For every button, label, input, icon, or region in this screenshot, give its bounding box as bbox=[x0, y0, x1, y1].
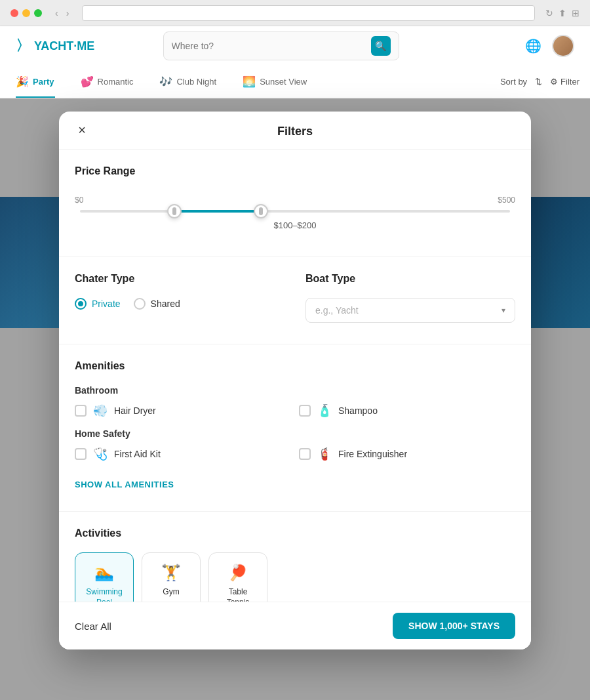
share-icon[interactable]: ⬆ bbox=[559, 8, 566, 18]
header-right: 🌐 bbox=[525, 35, 574, 57]
first-aid-label: First Aid Kit bbox=[114, 449, 161, 459]
boat-type-subsection: Boat Type e.g., Yacht ▾ bbox=[305, 273, 515, 323]
activities-grid: 🏊 Swimming Pool 🏋️ Gym 🏓 Table Tennis bbox=[75, 552, 515, 602]
logo[interactable]: 〉 YACHT·ME bbox=[16, 36, 94, 56]
activity-swimming-pool[interactable]: 🏊 Swimming Pool bbox=[75, 552, 134, 602]
globe-icon[interactable]: 🌐 bbox=[525, 38, 541, 54]
sunset-view-icon: 🌅 bbox=[243, 75, 256, 88]
bathroom-grid: 💨 Hair Dryer 🧴 Shampoo bbox=[75, 403, 515, 418]
tabs-icon[interactable]: ⊞ bbox=[572, 8, 580, 18]
close-window-btn[interactable] bbox=[10, 9, 18, 17]
gym-icon: 🏋️ bbox=[161, 564, 181, 582]
show-stays-button[interactable]: SHOW 1,000+ STAYS bbox=[393, 613, 515, 639]
charter-type-radio-group: Private Shared bbox=[75, 298, 285, 310]
minimize-window-btn[interactable] bbox=[22, 9, 30, 17]
table-tennis-label: Table Tennis bbox=[217, 587, 259, 602]
home-safety-title: Home Safety bbox=[75, 428, 515, 439]
tab-sunset-view[interactable]: 🌅 Sunset View bbox=[237, 73, 312, 91]
fire-extinguisher-icon: 🧯 bbox=[317, 447, 332, 461]
maximize-window-btn[interactable] bbox=[34, 9, 42, 17]
first-aid-icon: 🩺 bbox=[93, 447, 108, 461]
shampoo-label: Shampoo bbox=[338, 405, 378, 416]
checkbox-fire-extinguisher[interactable]: 🧯 Fire Extinguisher bbox=[299, 447, 515, 461]
boat-type-placeholder: e.g., Yacht bbox=[315, 305, 359, 316]
boat-type-dropdown[interactable]: e.g., Yacht ▾ bbox=[305, 298, 515, 323]
user-avatar[interactable] bbox=[552, 35, 574, 57]
shampoo-icon: 🧴 bbox=[317, 403, 332, 418]
logo-icon: 〉 bbox=[16, 36, 30, 56]
sort-by-label: Sort by bbox=[500, 77, 527, 87]
modal-backdrop: × Filters Price Range $0 $500 bbox=[0, 98, 590, 700]
app-header: 〉 YACHT·ME 🔍 🌐 bbox=[0, 26, 590, 66]
section-divider-3 bbox=[59, 511, 531, 512]
tab-romantic[interactable]: 💕 Romantic bbox=[75, 73, 139, 91]
checkbox-box-fire-extinguisher bbox=[299, 448, 311, 460]
search-bar: 🔍 bbox=[163, 31, 399, 60]
charter-boat-row: Chater Type Private Shared bbox=[75, 273, 515, 323]
swimming-pool-icon: 🏊 bbox=[94, 564, 114, 582]
price-max-label: $500 bbox=[498, 196, 515, 205]
traffic-lights bbox=[10, 9, 42, 17]
club-night-icon: 🎶 bbox=[159, 75, 172, 88]
amenities-section: Amenities Bathroom 💨 Hair Dryer 🧴 bbox=[75, 360, 515, 490]
checkbox-first-aid[interactable]: 🩺 First Aid Kit bbox=[75, 447, 291, 461]
radio-dot-private bbox=[78, 301, 83, 306]
sort-icon[interactable]: ⇅ bbox=[535, 77, 542, 87]
activity-gym[interactable]: 🏋️ Gym bbox=[142, 552, 201, 602]
table-tennis-icon: 🏓 bbox=[228, 564, 248, 582]
romantic-icon: 💕 bbox=[81, 75, 94, 88]
search-input[interactable] bbox=[172, 41, 371, 51]
price-min-label: $0 bbox=[75, 196, 83, 205]
boat-type-title: Boat Type bbox=[305, 273, 515, 285]
gym-label: Gym bbox=[163, 587, 179, 598]
forward-button[interactable]: › bbox=[64, 7, 72, 20]
home-safety-grid: 🩺 First Aid Kit 🧯 Fire Extinguisher bbox=[75, 447, 515, 461]
price-range-container: $0 $500 $100–$200 bbox=[75, 190, 515, 236]
browser-actions: ↻ ⬆ ⊞ bbox=[545, 8, 580, 18]
bathroom-subsection: Bathroom 💨 Hair Dryer 🧴 Shampoo bbox=[75, 385, 515, 418]
checkbox-box-shampoo bbox=[299, 405, 311, 417]
slider-thumb-right[interactable] bbox=[254, 204, 268, 218]
radio-shared[interactable]: Shared bbox=[134, 298, 180, 310]
thumb-grip-right bbox=[259, 207, 263, 215]
filter-button[interactable]: ⚙ Filter bbox=[550, 77, 580, 87]
tab-club-night[interactable]: 🎶 Club Night bbox=[154, 73, 222, 91]
modal-footer: Clear All SHOW 1,000+ STAYS bbox=[59, 602, 531, 649]
hair-dryer-icon: 💨 bbox=[93, 403, 108, 418]
tab-party[interactable]: 🎉 Party bbox=[10, 73, 60, 91]
address-bar[interactable] bbox=[82, 5, 535, 21]
radio-circle-shared bbox=[134, 298, 146, 310]
filter-icon: ⚙ bbox=[550, 77, 558, 87]
slider-thumb-left[interactable] bbox=[167, 204, 182, 218]
section-divider-1 bbox=[59, 257, 531, 257]
modal-title: Filters bbox=[277, 125, 313, 138]
search-button[interactable]: 🔍 bbox=[371, 36, 391, 56]
tabs-bar: 🎉 Party 💕 Romantic 🎶 Club Night 🌅 Sunset… bbox=[0, 66, 590, 98]
section-divider-2 bbox=[59, 344, 531, 344]
show-all-amenities-link[interactable]: SHOW ALL AMENITIES bbox=[75, 480, 174, 489]
clear-all-button[interactable]: Clear All bbox=[75, 621, 111, 632]
charter-type-title: Chater Type bbox=[75, 273, 285, 285]
fire-extinguisher-label: Fire Extinguisher bbox=[338, 449, 407, 459]
radio-private[interactable]: Private bbox=[75, 298, 121, 310]
chevron-down-icon: ▾ bbox=[502, 306, 505, 315]
modal-body: Price Range $0 $500 bbox=[59, 150, 531, 602]
slider-fill bbox=[174, 210, 260, 213]
checkbox-shampoo[interactable]: 🧴 Shampoo bbox=[299, 403, 515, 418]
close-modal-button[interactable]: × bbox=[72, 121, 92, 140]
tab-romantic-label: Romantic bbox=[98, 77, 134, 87]
radio-circle-private bbox=[75, 298, 87, 310]
back-button[interactable]: ‹ bbox=[52, 7, 61, 20]
activity-table-tennis[interactable]: 🏓 Table Tennis bbox=[208, 552, 267, 602]
reload-icon[interactable]: ↻ bbox=[545, 8, 553, 18]
price-value-label: $100–$200 bbox=[75, 220, 515, 230]
browser-chrome: ‹ › ↻ ⬆ ⊞ bbox=[0, 0, 590, 26]
boat-type-select: e.g., Yacht ▾ bbox=[305, 298, 515, 323]
sort-filter-area: Sort by ⇅ ⚙ Filter bbox=[500, 77, 580, 87]
checkbox-box-first-aid bbox=[75, 448, 87, 460]
activities-title: Activities bbox=[75, 527, 515, 539]
tab-sunset-view-label: Sunset View bbox=[260, 77, 307, 87]
checkbox-hair-dryer[interactable]: 💨 Hair Dryer bbox=[75, 403, 291, 418]
filters-modal: × Filters Price Range $0 $500 bbox=[59, 112, 531, 649]
tab-party-label: Party bbox=[33, 77, 54, 87]
